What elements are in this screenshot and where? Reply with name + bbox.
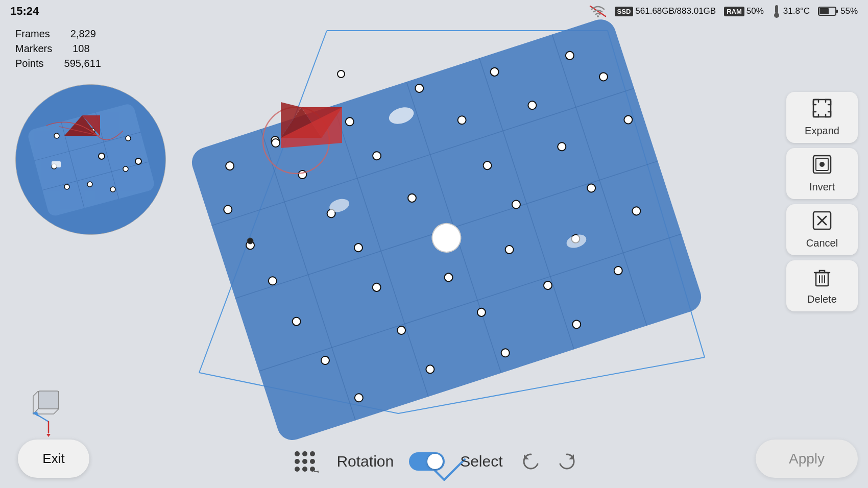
invert-svg-icon [812, 154, 832, 175]
scene-svg [0, 0, 868, 488]
mini-preview [15, 84, 166, 235]
right-panel: Expand Invert Cancel [786, 92, 858, 311]
battery-value: 55% [840, 6, 858, 16]
expand-button[interactable]: Expand [786, 92, 858, 143]
svg-point-114 [310, 459, 315, 464]
frames-value: 2,829 [70, 28, 96, 40]
delete-icon [812, 266, 832, 290]
undo-redo-controls [518, 449, 580, 474]
svg-point-81 [123, 166, 128, 172]
cancel-button[interactable]: Cancel [786, 204, 858, 255]
select-label: Select [460, 453, 502, 470]
dots-grid-icon[interactable] [288, 445, 321, 478]
frames-label: Frames [15, 28, 50, 40]
delete-label: Delete [807, 294, 837, 305]
svg-point-69 [337, 70, 345, 78]
mini-preview-svg [16, 85, 166, 235]
battery-icon [818, 6, 838, 17]
main-viewport[interactable] [0, 0, 868, 488]
undo-button[interactable] [518, 449, 544, 474]
ram-value: 50% [746, 6, 764, 16]
undo-icon [520, 450, 542, 473]
svg-point-113 [302, 459, 307, 464]
redo-button[interactable] [554, 449, 580, 474]
points-value: 595,611 [64, 58, 101, 69]
svg-rect-97 [813, 100, 831, 117]
ssd-value: 561.68GB/883.01GB [635, 6, 716, 16]
ssd-badge: SSD [615, 7, 634, 16]
frames-row: Frames 2,829 [15, 28, 101, 40]
svg-point-100 [819, 162, 825, 167]
svg-rect-87 [52, 161, 61, 167]
points-label: Points [15, 58, 44, 69]
apply-button[interactable]: Apply [756, 440, 858, 478]
svg-point-89 [135, 158, 141, 164]
invert-button[interactable]: Invert [786, 148, 858, 199]
info-panel: Frames 2,829 Markers 108 Points 595,611 [15, 28, 101, 72]
expand-svg-icon [812, 98, 832, 118]
markers-label: Markers [15, 43, 52, 55]
wifi-off-icon [589, 5, 607, 17]
svg-point-109 [295, 451, 300, 456]
rotation-label: Rotation [336, 453, 394, 470]
cancel-icon [812, 210, 832, 234]
svg-point-111 [310, 451, 315, 456]
bottom-toolbar: Rotation Select [0, 445, 868, 478]
svg-point-83 [110, 187, 115, 192]
markers-row: Markers 108 [15, 43, 101, 55]
battery-group: 55% [818, 6, 858, 17]
temp-value: 31.8°C [783, 6, 810, 16]
dots-svg-icon [290, 446, 320, 477]
cancel-label: Cancel [806, 237, 838, 249]
svg-point-82 [64, 184, 69, 189]
rotation-select-toggle[interactable] [409, 452, 445, 471]
points-row: Points 595,611 [15, 58, 101, 69]
expand-label: Expand [805, 125, 839, 137]
svg-rect-6 [819, 8, 829, 14]
ram-badge: RAM [724, 7, 744, 16]
wifi-status [589, 5, 607, 17]
svg-point-112 [295, 459, 300, 464]
status-bar: 15:24 SSD 561.68GB/883.01GB RAM 50% [0, 0, 868, 22]
invert-icon [812, 154, 832, 178]
svg-point-77 [54, 133, 59, 138]
svg-point-79 [126, 136, 131, 141]
nav-widget [28, 386, 69, 437]
markers-value: 108 [73, 43, 89, 55]
status-icons: SSD 561.68GB/883.01GB RAM 50% 31.8°C 55% [589, 4, 858, 18]
toggle-knob [427, 454, 443, 469]
svg-point-68 [247, 238, 253, 244]
toggle-container [409, 452, 445, 471]
svg-point-116 [302, 467, 307, 472]
redo-icon [556, 450, 578, 473]
svg-rect-91 [38, 391, 59, 409]
svg-point-117 [310, 467, 315, 472]
svg-point-110 [302, 451, 307, 456]
delete-svg-icon [812, 266, 832, 287]
ram-group: RAM 50% [724, 6, 764, 16]
temp-group: 31.8°C [772, 4, 810, 18]
thermometer-icon [772, 4, 781, 18]
svg-point-70 [272, 139, 280, 147]
svg-rect-3 [776, 10, 778, 14]
status-time: 15:24 [10, 5, 39, 18]
delete-button[interactable]: Delete [786, 260, 858, 311]
svg-point-0 [597, 15, 599, 17]
svg-marker-96 [46, 434, 51, 437]
svg-point-88 [99, 153, 105, 159]
svg-point-84 [87, 182, 92, 187]
invert-label: Invert [809, 181, 835, 193]
ssd-group: SSD 561.68GB/883.01GB [615, 6, 716, 16]
nav-widget-svg [28, 386, 69, 437]
cancel-svg-icon [812, 210, 832, 231]
svg-point-115 [295, 467, 300, 472]
svg-rect-5 [836, 10, 838, 13]
expand-icon [812, 98, 832, 122]
